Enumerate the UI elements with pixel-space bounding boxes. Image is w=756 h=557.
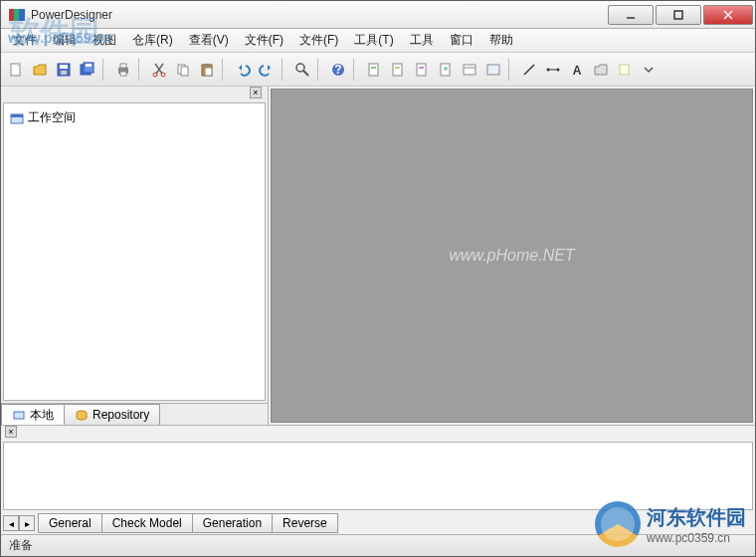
- svg-rect-25: [205, 68, 212, 76]
- svg-point-26: [296, 64, 304, 72]
- svg-rect-22: [181, 67, 188, 76]
- menu-item-2[interactable]: 视图: [85, 29, 124, 52]
- svg-text:A: A: [573, 64, 582, 78]
- output-tab-check-model[interactable]: Check Model: [101, 513, 193, 533]
- cut-icon[interactable]: [148, 59, 170, 81]
- svg-rect-4: [674, 11, 682, 19]
- svg-point-19: [153, 73, 157, 77]
- folder-tool-icon[interactable]: [590, 59, 612, 81]
- properties2-icon[interactable]: [482, 59, 504, 81]
- tree-root-label: 工作空间: [28, 109, 76, 126]
- svg-rect-16: [120, 72, 126, 76]
- line-tool-icon[interactable]: [518, 59, 540, 81]
- svg-rect-40: [487, 65, 499, 75]
- menu-item-6[interactable]: 文件(F): [291, 29, 346, 52]
- svg-line-41: [524, 65, 534, 75]
- new-icon[interactable]: [5, 59, 27, 81]
- text-tool-icon[interactable]: A: [566, 59, 588, 81]
- svg-rect-48: [11, 114, 23, 117]
- tab-local[interactable]: 本地: [1, 404, 65, 425]
- note-tool-icon[interactable]: [614, 59, 636, 81]
- repository-icon: [75, 409, 89, 421]
- find-icon[interactable]: [291, 59, 313, 81]
- svg-line-17: [155, 64, 162, 74]
- svg-rect-46: [620, 65, 629, 75]
- output-close-icon[interactable]: ×: [5, 426, 17, 438]
- panel-close-icon[interactable]: ×: [250, 87, 262, 98]
- svg-rect-35: [419, 67, 424, 69]
- tab-repository[interactable]: Repository: [64, 404, 160, 425]
- menu-item-1[interactable]: 编辑: [45, 29, 85, 52]
- newmodel3-icon[interactable]: [411, 59, 433, 81]
- tab-repository-label: Repository: [93, 408, 149, 422]
- menu-item-7[interactable]: 工具(T): [346, 29, 401, 52]
- close-button[interactable]: [703, 5, 753, 25]
- output-tab-reverse[interactable]: Reverse: [272, 513, 338, 533]
- menu-item-10[interactable]: 帮助: [481, 29, 521, 52]
- toolbar-separator: [138, 59, 144, 81]
- svg-point-20: [161, 73, 165, 77]
- svg-rect-32: [393, 64, 402, 76]
- toolbar: ? A: [1, 53, 755, 87]
- link-tool-icon[interactable]: [542, 59, 564, 81]
- open-icon[interactable]: [29, 59, 51, 81]
- browser-tree[interactable]: 工作空间: [3, 102, 266, 401]
- tab-scroll-right-icon[interactable]: ▸: [19, 515, 35, 531]
- svg-rect-9: [60, 65, 68, 69]
- properties-icon[interactable]: [459, 59, 480, 81]
- svg-rect-24: [204, 64, 210, 67]
- toolbar-separator: [222, 59, 228, 81]
- tree-root-node[interactable]: 工作空间: [8, 107, 261, 128]
- svg-rect-10: [61, 71, 67, 75]
- redo-icon[interactable]: [256, 59, 278, 81]
- upper-pane: × 工作空间 本地: [1, 87, 755, 425]
- svg-text:?: ?: [334, 63, 341, 77]
- svg-point-43: [547, 68, 550, 71]
- copy-icon[interactable]: [172, 59, 194, 81]
- canvas-watermark: www.pHome.NET: [449, 247, 574, 265]
- menu-item-5[interactable]: 文件(F): [237, 29, 291, 52]
- app-icon: [9, 9, 25, 21]
- save-icon[interactable]: [53, 59, 75, 81]
- svg-rect-30: [369, 64, 378, 76]
- status-bar: 准备: [1, 534, 755, 556]
- undo-icon[interactable]: [232, 59, 254, 81]
- output-text[interactable]: [3, 442, 753, 510]
- menu-item-4[interactable]: 查看(V): [181, 29, 237, 52]
- output-tab-generation[interactable]: Generation: [192, 513, 273, 533]
- svg-rect-1: [14, 9, 19, 21]
- svg-rect-49: [14, 412, 24, 419]
- svg-line-27: [303, 71, 308, 76]
- tab-scroll-left-icon[interactable]: ◂: [3, 515, 19, 531]
- diagram-canvas[interactable]: www.pHome.NET: [271, 89, 753, 423]
- output-header: ×: [1, 426, 755, 440]
- workspace-icon: [10, 112, 24, 124]
- app-window: PowerDesigner 文件编辑视图仓库(R)查看(V)文件(F)文件(F)…: [0, 0, 756, 557]
- newmodel2-icon[interactable]: [387, 59, 409, 81]
- newmodel4-icon[interactable]: [435, 59, 457, 81]
- output-tab-general[interactable]: General: [38, 513, 102, 533]
- minimize-button[interactable]: [608, 5, 654, 25]
- newmodel-icon[interactable]: [363, 59, 385, 81]
- svg-rect-34: [417, 64, 426, 76]
- print-icon[interactable]: [112, 59, 134, 81]
- more-tool-icon[interactable]: [638, 59, 660, 81]
- saveall-icon[interactable]: [77, 59, 98, 81]
- output-tabs: ◂ ▸ GeneralCheck ModelGenerationReverse: [1, 512, 755, 534]
- svg-rect-2: [19, 9, 25, 21]
- menu-item-8[interactable]: 工具: [402, 29, 442, 52]
- maximize-button[interactable]: [656, 5, 701, 25]
- toolbar-separator: [508, 59, 514, 81]
- local-icon: [12, 409, 26, 421]
- paste-icon[interactable]: [196, 59, 218, 81]
- menu-item-0[interactable]: 文件: [5, 29, 45, 52]
- svg-point-37: [444, 67, 448, 71]
- svg-line-18: [156, 64, 163, 74]
- svg-rect-15: [120, 64, 126, 68]
- menu-item-9[interactable]: 窗口: [442, 29, 481, 52]
- svg-rect-31: [371, 67, 376, 69]
- menu-item-3[interactable]: 仓库(R): [124, 29, 181, 52]
- browser-panel: × 工作空间 本地: [1, 87, 269, 425]
- work-area: × 工作空间 本地: [1, 87, 755, 534]
- help-icon[interactable]: ?: [327, 59, 349, 81]
